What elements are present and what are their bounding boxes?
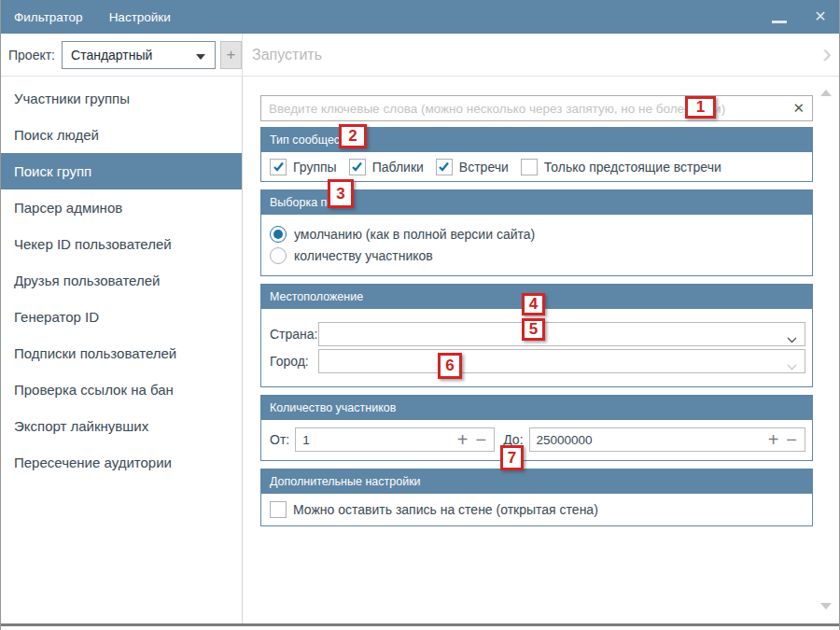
section-additional-settings-header: Дополнительные настройки: [261, 469, 812, 494]
radio-selected-icon: [270, 226, 287, 243]
city-label: Город:: [270, 354, 318, 369]
members-count-body: От: + − До: + −: [261, 420, 812, 460]
checkbox-unchecked-icon: [521, 159, 538, 175]
city-row: Город:: [270, 349, 805, 373]
decrement-icon[interactable]: −: [786, 430, 797, 449]
selection-by-options: умолчанию (как в полной версии сайта) ко…: [261, 215, 812, 275]
sidebar-item-people-search[interactable]: Поиск людей: [1, 117, 242, 153]
annotation-badge-7: 7: [500, 445, 524, 470]
from-input-group: + −: [295, 427, 495, 452]
project-panel: Проект: Стандартный +: [1, 34, 243, 76]
sidebar-item-id-generator[interactable]: Генератор ID: [1, 299, 242, 335]
sidebar-item-group-search[interactable]: Поиск групп: [1, 153, 242, 189]
sidebar-item-likers-export[interactable]: Экспорт лайкнувших: [1, 408, 242, 444]
scrollbar[interactable]: [817, 78, 835, 621]
scroll-down-icon[interactable]: [820, 603, 832, 609]
checkbox-upcoming-meetings-only[interactable]: Только предстоящие встречи: [521, 159, 721, 175]
annotation-badge-2: 2: [339, 124, 367, 148]
sidebar-item-user-subscriptions[interactable]: Подписки пользователей: [1, 335, 242, 371]
toolbar: Проект: Стандартный + Запустить ›: [1, 34, 840, 77]
from-input[interactable]: [296, 428, 450, 451]
combobox-chevron-icon: [787, 357, 797, 374]
sidebar-item-id-checker[interactable]: Чекер ID пользователей: [1, 226, 242, 262]
sidebar-item-group-members[interactable]: Участники группы: [1, 80, 242, 117]
project-dropdown[interactable]: Стандартный: [62, 41, 216, 69]
decrement-icon[interactable]: −: [476, 430, 487, 449]
additional-settings-body: Можно оставить запись на стене (открытая…: [261, 494, 812, 525]
annotation-badge-1: 1: [685, 96, 716, 119]
keywords-search-row: ✕: [260, 95, 813, 121]
run-panel: Запустить ›: [243, 34, 840, 76]
dropdown-caret-icon: [196, 54, 205, 60]
keywords-input[interactable]: [260, 95, 813, 121]
run-chevron-icon: ›: [822, 37, 832, 69]
radio-unselected-icon: [270, 247, 287, 264]
title-bar: Фильтратор Настройки ✕: [1, 0, 840, 34]
project-label: Проект:: [8, 48, 55, 63]
from-label: От:: [270, 432, 289, 447]
minimize-button[interactable]: [759, 0, 800, 34]
to-input-group: + −: [529, 427, 805, 452]
radio-default-order[interactable]: умолчанию (как в полной версии сайта): [270, 224, 812, 244]
main-content: ✕ Тип сообщества Группы Паблики: [244, 77, 813, 623]
window-controls: ✕: [759, 0, 840, 34]
annotation-badge-4: 4: [522, 293, 545, 315]
sidebar-item-admin-parser[interactable]: Парсер админов: [1, 189, 242, 226]
city-combobox[interactable]: [318, 349, 805, 373]
annotation-badge-6: 6: [438, 353, 462, 379]
checkbox-checked-icon: [436, 159, 453, 175]
window-bottom-border: [1, 623, 839, 626]
increment-icon[interactable]: +: [768, 430, 779, 449]
combobox-chevron-icon: [787, 330, 797, 347]
to-stepper: + −: [761, 430, 805, 449]
checkbox-open-wall[interactable]: Можно оставить запись на стене (открытая…: [270, 501, 598, 518]
checkbox-unchecked-icon: [270, 501, 287, 518]
to-input[interactable]: [530, 428, 761, 451]
clear-search-icon[interactable]: ✕: [792, 100, 805, 117]
close-button[interactable]: ✕: [800, 0, 840, 34]
add-project-button[interactable]: +: [220, 41, 242, 69]
project-dropdown-value: Стандартный: [71, 48, 152, 63]
scroll-up-icon[interactable]: [820, 90, 832, 96]
radio-by-members-count[interactable]: количеству участников: [270, 245, 812, 265]
close-icon: ✕: [814, 9, 826, 24]
annotation-badge-3: 3: [328, 179, 354, 208]
from-stepper: + −: [450, 430, 494, 449]
checkbox-checked-icon: [270, 159, 287, 175]
menu-filtrator[interactable]: Фильтратор: [1, 0, 96, 34]
community-type-options: Группы Паблики Встречи Только предс: [261, 152, 812, 181]
minimize-icon: [772, 21, 787, 23]
run-button[interactable]: Запустить: [252, 47, 322, 63]
sidebar: Участники группы Поиск людей Поиск групп…: [1, 77, 243, 623]
annotation-badge-5: 5: [522, 318, 545, 341]
increment-icon[interactable]: +: [457, 430, 469, 449]
menu-settings[interactable]: Настройки: [96, 0, 184, 34]
country-label: Страна:: [270, 327, 318, 342]
section-members-count-header: Количество участников: [261, 396, 812, 420]
app-window: Фильтратор Настройки ✕ Проект: Стандартн…: [0, 0, 840, 630]
section-members-count: Количество участников От: + − До: + −: [260, 395, 813, 461]
country-combobox[interactable]: [318, 322, 805, 346]
checkbox-checked-icon: [349, 159, 366, 175]
sidebar-item-ban-check[interactable]: Проверка ссылок на бан: [1, 371, 242, 408]
checkbox-publics[interactable]: Паблики: [349, 159, 424, 175]
sidebar-item-user-friends[interactable]: Друзья пользователей: [1, 262, 242, 299]
section-additional-settings: Дополнительные настройки Можно оставить …: [260, 469, 813, 526]
checkbox-groups[interactable]: Группы: [270, 159, 337, 175]
checkbox-meetings[interactable]: Встречи: [436, 159, 509, 175]
sidebar-item-audience-intersection[interactable]: Пересечение аудитории: [1, 444, 242, 481]
